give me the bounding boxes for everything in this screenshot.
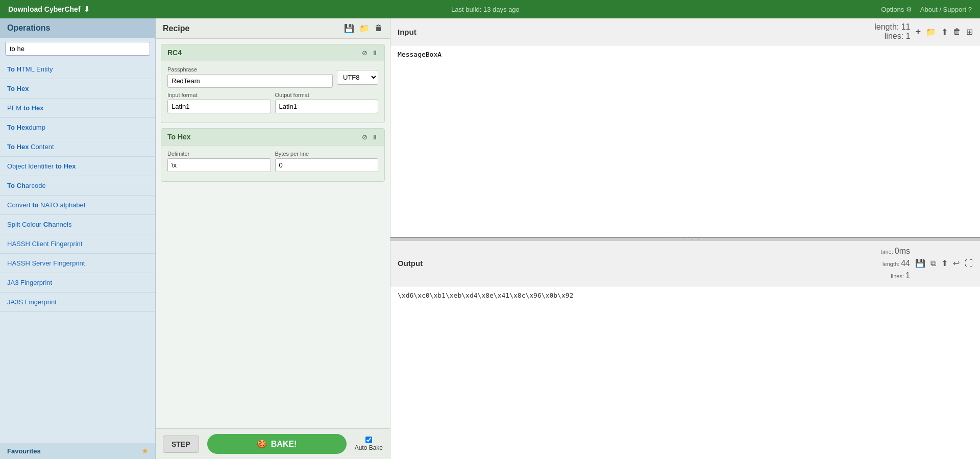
op-to-charcode[interactable]: To Charcode [0,176,155,196]
recipe-save-icon[interactable]: 💾 [344,23,354,33]
input-title: Input [398,28,416,36]
output-header-icons: time: 0ms length: 44 lines: 1 💾 ⧉ ⬆ ↩ ⛶ [881,245,973,282]
op-to-hexdump[interactable]: To Hexdump [0,118,155,137]
to-hex-title: To Hex [167,133,191,141]
hex-fields-row: Delimiter Bytes per line [167,151,378,172]
op-pem-to-hex[interactable]: PEM to Hex [0,99,155,118]
rc4-title: RC4 [167,49,182,57]
output-stats: time: 0ms length: 44 lines: 1 [881,245,910,282]
recipe-panel: Recipe 💾 📁 🗑 RC4 ⊘ ⏸ [156,18,390,459]
input-load-icon[interactable]: 📁 [926,27,936,37]
to-hex-card-header: To Hex ⊘ ⏸ [161,129,384,146]
sidebar-header: Operations [0,18,155,38]
recipe-load-icon[interactable]: 📁 [359,23,370,33]
bytes-per-line-group: Bytes per line [275,151,379,172]
rc4-card-icons: ⊘ ⏸ [362,49,378,57]
op-split-colour-channels[interactable]: Split Colour Channels [0,215,155,234]
download-section[interactable]: Download CyberChef ⬇ [8,5,90,13]
topbar-right: Options ⚙ About / Support ? [881,6,972,13]
delimiter-group: Delimiter [167,151,271,172]
input-lines-label: lines: [885,32,906,40]
output-content: \xd6\xc0\xb1\xeb\xd4\x8e\x41\x8c\x96\x0b… [390,286,980,460]
rc4-card-body: Passphrase UTF8 Latin1 Hex Base64 [161,61,384,123]
sidebar-title: Operations [7,23,50,32]
output-copy-icon[interactable]: ⧉ [930,259,936,268]
to-hex-card-icons: ⊘ ⏸ [362,133,378,141]
output-undo-icon[interactable]: ↩ [953,258,960,268]
op-ja3[interactable]: JA3 Fingerprint [0,273,155,293]
to-hex-card: To Hex ⊘ ⏸ Delimiter Bytes per line [161,128,385,182]
input-textarea[interactable]: MessageBoxA [390,45,980,237]
about-icon: ? [968,6,972,13]
output-format-input[interactable] [275,100,379,113]
to-hex-disable-icon[interactable]: ⊘ [362,133,368,141]
ops-list: To HTML Entity To Hex PEM to Hex To Hexd… [0,60,155,443]
recipe-clear-icon[interactable]: 🗑 [375,23,383,33]
op-to-hex-content[interactable]: To Hex Content [0,137,155,157]
format-row: Input format Output format [167,92,378,113]
input-export-icon[interactable]: ⬆ [941,27,948,37]
search-input[interactable] [5,42,150,56]
rc4-card: RC4 ⊘ ⏸ Passphrase UTF8 [161,44,385,123]
input-clear-icon[interactable]: 🗑 [953,27,961,36]
output-length: 44 [901,259,910,268]
options-button[interactable]: Options ⚙ [881,6,912,13]
delimiter-input[interactable] [167,158,271,172]
output-save-icon[interactable]: 💾 [915,258,925,268]
output-format-label: Output format [275,92,379,98]
bytes-per-line-label: Bytes per line [275,151,379,157]
op-to-hex[interactable]: To Hex [0,79,155,99]
rc4-disable-icon[interactable]: ⊘ [362,49,368,57]
input-section: Input length: 11 lines: 1 + 📁 ⬆ 🗑 ⊞ Mess… [390,18,980,238]
output-export-icon[interactable]: ⬆ [941,258,948,268]
auto-bake-wrap: Auto Bake [355,437,383,451]
delimiter-label: Delimiter [167,151,271,157]
input-format-group: Input format [167,92,271,113]
step-button[interactable]: STEP [163,436,199,453]
output-title: Output [398,259,423,268]
op-hassh-server[interactable]: HASSH Server Fingerprint [0,254,155,273]
rc4-card-header: RC4 ⊘ ⏸ [161,44,384,61]
encoding-select[interactable]: UTF8 Latin1 Hex Base64 [337,70,378,85]
io-panel: Input length: 11 lines: 1 + 📁 ⬆ 🗑 ⊞ Mess… [390,18,980,459]
op-convert-to-nato[interactable]: Convert to NATO alphabet [0,196,155,215]
passphrase-label: Passphrase [167,66,333,73]
recipe-footer: STEP 🍪 BAKE! Auto Bake [156,428,390,459]
to-hex-card-body: Delimiter Bytes per line [161,146,384,181]
recipe-header: Recipe 💾 📁 🗑 [156,18,390,39]
op-ja3s[interactable]: JA3S Fingerprint [0,293,155,312]
input-format-label: Input format [167,92,271,98]
input-length-value: 11 [901,22,911,31]
output-header: Output time: 0ms length: 44 lines: 1 💾 ⧉… [390,241,980,286]
auto-bake-label: Auto Bake [355,444,383,451]
auto-bake-checkbox[interactable] [365,437,372,443]
passphrase-input[interactable] [167,74,333,88]
input-length-label: length: [874,22,901,31]
output-fullscreen-icon[interactable]: ⛶ [965,259,973,268]
input-header-icons: length: 11 lines: 1 + 📁 ⬆ 🗑 ⊞ [874,22,973,41]
op-hassh-client[interactable]: HASSH Client Fingerprint [0,234,155,254]
input-split-icon[interactable]: ⊞ [966,27,973,37]
op-to-html-entity[interactable]: To HTML Entity [0,60,155,79]
input-add-icon[interactable]: + [915,27,921,37]
download-label[interactable]: Download CyberChef [8,5,81,13]
bytes-per-line-input[interactable] [275,158,379,172]
download-icon[interactable]: ⬇ [84,5,90,13]
passphrase-row: Passphrase UTF8 Latin1 Hex Base64 [167,66,378,88]
recipe-title: Recipe [163,24,189,33]
about-button[interactable]: About / Support ? [920,6,972,13]
output-lines: 1 [905,271,910,280]
input-format-input[interactable] [167,100,271,113]
favourites-header[interactable]: Favourites ★ [0,443,155,459]
input-header: Input length: 11 lines: 1 + 📁 ⬆ 🗑 ⊞ [390,18,980,45]
output-time: 0ms [895,247,910,255]
bake-button[interactable]: 🍪 BAKE! [207,434,347,454]
recipe-header-icons: 💾 📁 🗑 [344,23,383,33]
favourites-label: Favourites [7,447,41,455]
input-stats: length: 11 lines: 1 [874,22,910,41]
rc4-pause-icon[interactable]: ⏸ [372,49,378,57]
search-box [0,38,155,60]
op-object-identifier-to-hex[interactable]: Object Identifier to Hex [0,157,155,176]
to-hex-pause-icon[interactable]: ⏸ [372,133,378,141]
favourites-star-icon: ★ [142,447,148,455]
